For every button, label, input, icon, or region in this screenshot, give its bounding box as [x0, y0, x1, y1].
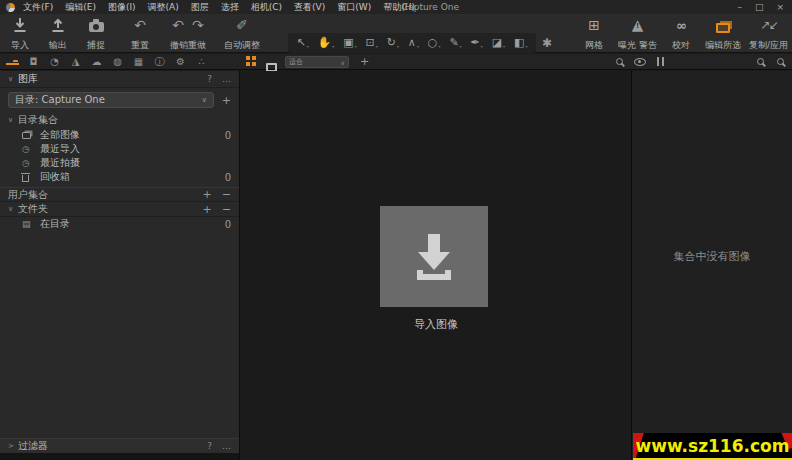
- menu-select[interactable]: 选择: [221, 1, 239, 14]
- proof-eye-icon[interactable]: [634, 58, 646, 66]
- output-label: 输出: [49, 39, 67, 52]
- all-images-icon: [22, 132, 34, 139]
- speed-edit-icon[interactable]: ✱: [542, 36, 552, 50]
- item-count: 0: [225, 172, 231, 183]
- tab-color[interactable]: ◮: [69, 57, 82, 67]
- catalog-select[interactable]: 目录: Capture One ∨: [8, 92, 214, 108]
- catalog-collections-header[interactable]: ∨ 目录集合: [0, 112, 239, 128]
- tool-rotate-icon[interactable]: ↻: [387, 37, 399, 49]
- auto-adjust-label: 自动调整: [224, 39, 260, 52]
- browser-zoom-icon[interactable]: [757, 58, 764, 65]
- window-controls: – □ ×: [737, 0, 784, 14]
- zoom-select[interactable]: 适合 ∨: [285, 56, 349, 68]
- filters-label: 过滤器: [18, 439, 48, 453]
- remove-collection-button[interactable]: −: [222, 188, 231, 201]
- tool-pointer-icon[interactable]: ↖: [296, 37, 308, 49]
- focus-loupe-icon[interactable]: [616, 58, 623, 65]
- proof-glasses-icon: ∞: [676, 16, 686, 34]
- sidebar-item-trash[interactable]: 回收箱 0: [0, 170, 239, 184]
- minimize-button[interactable]: –: [737, 2, 742, 12]
- watermark-text: www.sz116.com: [636, 436, 790, 456]
- help-button[interactable]: ?: [207, 74, 212, 84]
- more-button[interactable]: …: [222, 441, 231, 451]
- tool-keystone-icon[interactable]: ∧: [408, 37, 419, 49]
- filters-header[interactable]: > 过滤器 ? …: [0, 438, 239, 453]
- zoom-value: 适合: [289, 57, 303, 67]
- tab-details[interactable]: ◍: [111, 57, 124, 67]
- warning-triangle-icon: ▲!: [632, 18, 644, 33]
- exposure-warning-button[interactable]: ▲! 曝光 警告: [618, 16, 657, 52]
- sidebar-item-all-images[interactable]: 全部图像 0: [0, 128, 239, 142]
- tool-draw-mask-icon[interactable]: ✎: [449, 37, 461, 49]
- browser-toolbar-icons: [757, 54, 784, 69]
- capture-one-window: 文件(F) 编辑(E) 图像(I) 调整(A) 图层 选择 相机(C) 查看(V…: [0, 0, 792, 460]
- tab-output[interactable]: ∴: [195, 57, 208, 67]
- menu-edit[interactable]: 编辑(E): [65, 1, 96, 14]
- edit-selected-button[interactable]: 编辑所选: [705, 16, 741, 52]
- tool-erase-mask-icon[interactable]: ◪: [492, 37, 505, 49]
- redo-icon[interactable]: ↷: [192, 17, 204, 33]
- close-button[interactable]: ×: [776, 2, 784, 12]
- import-button[interactable]: 导入: [4, 16, 36, 52]
- trash-icon: [22, 173, 34, 182]
- menu-layers[interactable]: 图层: [191, 1, 209, 14]
- copy-apply-button[interactable]: ↗↙ 复制/应用: [749, 16, 788, 52]
- menu-window[interactable]: 窗口(W): [337, 1, 371, 14]
- tool-crop-icon[interactable]: ⊡: [366, 37, 378, 49]
- import-label: 导入: [11, 39, 29, 52]
- tool-pan-icon[interactable]: ✋: [318, 37, 335, 49]
- user-collections-header[interactable]: 用户集合 + −: [0, 187, 239, 202]
- reset-button[interactable]: ↶ 重置: [124, 16, 156, 52]
- sidebar-item-recent-captures[interactable]: ◷ 最近拍摄: [0, 156, 239, 170]
- folders-label: 文件夹: [18, 202, 48, 216]
- folders-header[interactable]: ∨ 文件夹 + −: [0, 202, 239, 217]
- capture-button[interactable]: 捕捉: [80, 16, 112, 52]
- copy-apply-arrows-icon: ↗↙: [760, 16, 776, 34]
- more-button[interactable]: …: [222, 74, 231, 84]
- tool-gradient-mask-icon[interactable]: ◧: [514, 37, 527, 49]
- auto-adjust-icon: ✐: [236, 16, 248, 34]
- item-count: 0: [225, 219, 231, 230]
- menu-file[interactable]: 文件(F): [23, 1, 53, 14]
- menu-image[interactable]: 图像(I): [108, 1, 136, 14]
- output-icon: [50, 16, 66, 34]
- menu-view[interactable]: 查看(V): [294, 1, 325, 14]
- edit-selected-label: 编辑所选: [705, 39, 741, 52]
- tool-loupe-icon[interactable]: ▣: [343, 37, 356, 49]
- tab-metadata[interactable]: ⓘ: [153, 57, 166, 67]
- proof-button[interactable]: ∞ 校对: [665, 16, 697, 52]
- maximize-button[interactable]: □: [755, 2, 764, 12]
- compare-icon[interactable]: [657, 57, 664, 66]
- reset-icon: ↶: [134, 16, 146, 34]
- undo-icon[interactable]: ↶: [172, 17, 184, 33]
- auto-adjust-button[interactable]: ✐ 自动调整: [220, 16, 264, 52]
- grid-button[interactable]: ⊞ 网格: [578, 16, 610, 52]
- item-label: 最近拍摄: [40, 156, 80, 170]
- undo-redo-group: ↶ ↷ 撤销重做: [166, 16, 210, 52]
- output-button[interactable]: 输出: [42, 16, 74, 52]
- search-icon[interactable]: [777, 58, 784, 65]
- zoom-in-button[interactable]: +: [360, 55, 369, 68]
- tab-settings[interactable]: ⚙: [174, 57, 187, 67]
- add-collection-button[interactable]: +: [203, 188, 212, 201]
- add-folder-button[interactable]: +: [203, 203, 212, 216]
- tool-pen-icon[interactable]: ✒: [471, 37, 483, 49]
- tab-lens[interactable]: ◔: [48, 57, 61, 67]
- remove-folder-button[interactable]: −: [222, 203, 231, 216]
- tool-spot-icon[interactable]: ○: [428, 37, 441, 49]
- library-header[interactable]: ∨ 图库 ? …: [0, 71, 239, 88]
- user-collections-label: 用户集合: [8, 188, 48, 202]
- tab-exposure[interactable]: ☁: [90, 57, 103, 67]
- import-images-tile[interactable]: [380, 206, 488, 307]
- help-button[interactable]: ?: [207, 441, 212, 451]
- tab-capture[interactable]: ◘: [27, 57, 40, 67]
- sidebar-item-recent-imports[interactable]: ◷ 最近导入: [0, 142, 239, 156]
- chevron-down-icon: ∨: [202, 96, 207, 104]
- sidebar-item-in-catalog[interactable]: ▤ 在目录 0: [0, 217, 239, 231]
- tab-adjustments[interactable]: ▦: [132, 57, 145, 67]
- viewer-right-icons: [616, 54, 664, 69]
- menu-adjustments[interactable]: 调整(A): [148, 1, 179, 14]
- menu-camera[interactable]: 相机(C): [251, 1, 282, 14]
- add-catalog-button[interactable]: +: [222, 94, 231, 107]
- clock-icon: ◷: [22, 158, 34, 168]
